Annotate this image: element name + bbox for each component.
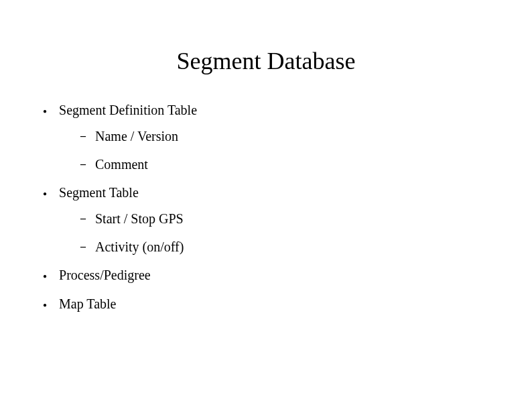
list-item: ● Segment Table xyxy=(40,184,492,201)
main-list: ● Segment Definition Table – Name / Vers… xyxy=(40,102,492,312)
dash-icon: – xyxy=(80,211,86,227)
list-item-text: Process/Pedigree xyxy=(59,267,151,283)
list-item: ● Segment Definition Table xyxy=(40,102,492,119)
sub-item-text: Start / Stop GPS xyxy=(95,211,184,227)
bullet-icon: ● xyxy=(43,186,47,201)
sub-item-text: Comment xyxy=(95,156,148,172)
list-item-text: Segment Definition Table xyxy=(59,102,197,118)
dash-icon: – xyxy=(80,156,86,172)
sub-list-item: – Comment xyxy=(80,156,492,172)
sub-list-item: – Activity (on/off) xyxy=(80,239,492,255)
sub-list-item: – Name / Version xyxy=(80,128,492,144)
sub-list: – Name / Version – Comment xyxy=(80,128,492,172)
list-item-text: Segment Table xyxy=(59,184,139,201)
sub-list: – Start / Stop GPS – Activity (on/off) xyxy=(80,211,492,255)
list-item-text: Map Table xyxy=(59,296,116,312)
sub-item-text: Activity (on/off) xyxy=(95,239,184,255)
bullet-icon: ● xyxy=(43,104,47,119)
dash-icon: – xyxy=(80,239,86,255)
bullet-icon: ● xyxy=(43,298,47,312)
bullet-icon: ● xyxy=(43,269,47,284)
sub-list-item: – Start / Stop GPS xyxy=(80,211,492,227)
slide-title: Segment Database xyxy=(40,47,492,75)
dash-icon: – xyxy=(80,128,86,144)
sub-item-text: Name / Version xyxy=(95,128,178,144)
list-item: ● Map Table xyxy=(40,296,492,312)
list-item: ● Process/Pedigree xyxy=(40,267,492,284)
